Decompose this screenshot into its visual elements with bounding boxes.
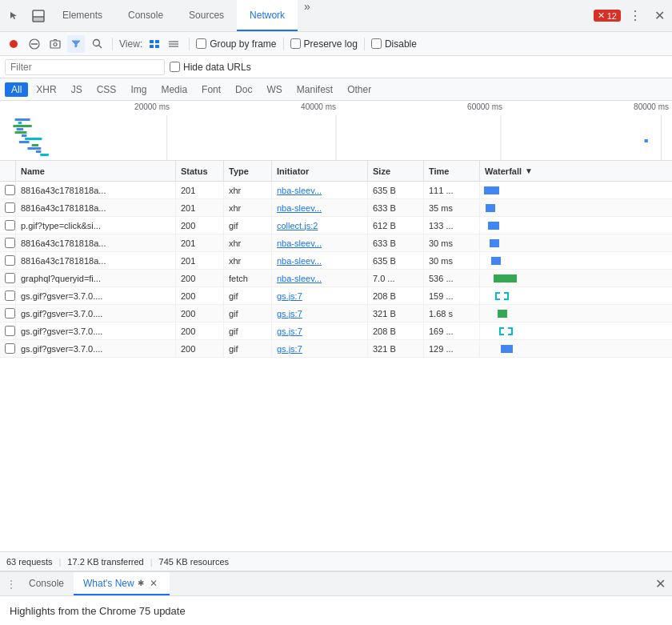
- table-row[interactable]: gs.gif?gsver=3.7.0.... 200 gif gs.js:7 2…: [0, 323, 672, 340]
- td-check[interactable]: [0, 199, 16, 216]
- td-initiator[interactable]: nba-sleev...: [272, 252, 368, 269]
- th-status[interactable]: Status: [176, 161, 224, 181]
- tab-menu-btn[interactable]: ⋮: [624, 5, 646, 27]
- td-name[interactable]: 8816a43c1781818a...: [16, 252, 176, 269]
- bottom-tab-console[interactable]: Console: [19, 572, 74, 595]
- th-name[interactable]: Name: [16, 161, 176, 181]
- row-checkbox[interactable]: [5, 273, 15, 283]
- view-btn-list[interactable]: [165, 35, 182, 53]
- td-name[interactable]: 8816a43c1781818a...: [16, 182, 176, 198]
- tab-elements[interactable]: Elements: [50, 0, 115, 31]
- preserve-log-checkbox[interactable]: [290, 38, 301, 49]
- row-checkbox[interactable]: [5, 238, 15, 248]
- tab-more-btn[interactable]: »: [298, 0, 317, 31]
- table-row[interactable]: gs.gif?gsver=3.7.0.... 200 gif gs.js:7 3…: [0, 340, 672, 358]
- td-name[interactable]: graphql?queryid=fi...: [16, 270, 176, 286]
- th-initiator[interactable]: Initiator: [272, 161, 368, 181]
- filter-btn[interactable]: [67, 35, 85, 53]
- type-filter-ws[interactable]: WS: [260, 82, 288, 97]
- td-initiator[interactable]: nba-sleev...: [272, 270, 368, 286]
- bottom-tab-close-btn[interactable]: ✕: [147, 577, 160, 590]
- table-row[interactable]: gs.gif?gsver=3.7.0.... 200 gif gs.js:7 3…: [0, 305, 672, 323]
- type-filter-img[interactable]: Img: [124, 82, 153, 97]
- table-row[interactable]: 8816a43c1781818a... 201 xhr nba-sleev...…: [0, 182, 672, 199]
- th-time[interactable]: Time: [424, 161, 480, 181]
- type-filter-other[interactable]: Other: [341, 82, 378, 97]
- disable-cache-checkbox[interactable]: [371, 38, 382, 49]
- table-row[interactable]: 8816a43c1781818a... 201 xhr nba-sleev...…: [0, 252, 672, 270]
- record-btn[interactable]: [5, 35, 22, 53]
- type-filter-doc[interactable]: Doc: [229, 82, 258, 97]
- tab-sources[interactable]: Sources: [176, 0, 237, 31]
- table-row[interactable]: gs.gif?gsver=3.7.0.... 200 gif gs.js:7 2…: [0, 287, 672, 305]
- table-row[interactable]: 8816a43c1781818a... 201 xhr nba-sleev...…: [0, 199, 672, 217]
- hide-data-urls-checkbox[interactable]: [170, 62, 180, 72]
- td-name[interactable]: gs.gif?gsver=3.7.0....: [16, 305, 176, 322]
- table-row[interactable]: 8816a43c1781818a... 201 xhr nba-sleev...…: [0, 234, 672, 252]
- type-filter-css[interactable]: CSS: [90, 82, 123, 97]
- group-by-frame-label[interactable]: Group by frame: [196, 38, 276, 50]
- td-name[interactable]: gs.gif?gsver=3.7.0....: [16, 323, 176, 339]
- td-check[interactable]: [0, 340, 16, 357]
- td-initiator[interactable]: gs.js:7: [272, 340, 368, 357]
- dock-icon-btn[interactable]: [27, 5, 50, 27]
- td-check[interactable]: [0, 234, 16, 251]
- row-checkbox[interactable]: [5, 202, 15, 213]
- row-checkbox[interactable]: [5, 220, 15, 230]
- td-name[interactable]: 8816a43c1781818a...: [16, 234, 176, 251]
- view-btn-grid[interactable]: [146, 35, 163, 53]
- row-checkbox[interactable]: [5, 308, 15, 319]
- screenshot-btn[interactable]: [46, 35, 64, 53]
- preserve-log-label[interactable]: Preserve log: [290, 38, 358, 50]
- td-initiator[interactable]: nba-sleev...: [272, 199, 368, 216]
- type-filter-font[interactable]: Font: [195, 82, 227, 97]
- type-filter-manifest[interactable]: Manifest: [290, 82, 339, 97]
- type-filter-all[interactable]: All: [5, 82, 28, 97]
- td-name[interactable]: 8816a43c1781818a...: [16, 199, 176, 216]
- td-initiator[interactable]: gs.js:7: [272, 323, 368, 339]
- td-name[interactable]: p.gif?type=click&si...: [16, 217, 176, 234]
- table-row[interactable]: p.gif?type=click&si... 200 gif collect.j…: [0, 217, 672, 234]
- td-check[interactable]: [0, 252, 16, 269]
- filter-input[interactable]: [5, 59, 165, 75]
- td-initiator[interactable]: nba-sleev...: [272, 182, 368, 198]
- row-checkbox[interactable]: [5, 326, 15, 336]
- table-row[interactable]: graphql?queryid=fi... 200 fetch nba-slee…: [0, 270, 672, 287]
- td-check[interactable]: [0, 287, 16, 304]
- row-checkbox[interactable]: [5, 185, 15, 195]
- td-name[interactable]: gs.gif?gsver=3.7.0....: [16, 287, 176, 304]
- th-size[interactable]: Size: [368, 161, 424, 181]
- bottom-tab-whats-new[interactable]: What's New ✱ ✕: [74, 572, 170, 595]
- type-filter-js[interactable]: JS: [65, 82, 89, 97]
- bottom-panel-close-btn[interactable]: ✕: [651, 575, 669, 593]
- hide-data-urls-label[interactable]: Hide data URLs: [170, 62, 251, 73]
- row-checkbox[interactable]: [5, 255, 15, 266]
- th-waterfall[interactable]: Waterfall ▼: [480, 161, 672, 181]
- td-check[interactable]: [0, 323, 16, 339]
- tab-network[interactable]: Network: [237, 0, 298, 31]
- td-check[interactable]: [0, 217, 16, 234]
- tab-console[interactable]: Console: [115, 0, 176, 31]
- group-by-frame-checkbox[interactable]: [196, 38, 206, 49]
- cursor-icon-btn[interactable]: [3, 5, 26, 27]
- disable-cache-label[interactable]: Disable: [371, 38, 417, 50]
- td-initiator[interactable]: gs.js:7: [272, 287, 368, 304]
- td-initiator[interactable]: collect.js:2: [272, 217, 368, 234]
- svg-rect-29: [32, 144, 38, 146]
- td-check[interactable]: [0, 305, 16, 322]
- devtools-close-btn[interactable]: ✕: [650, 6, 669, 26]
- drag-handle[interactable]: ⋮: [3, 578, 19, 591]
- td-name[interactable]: gs.gif?gsver=3.7.0....: [16, 340, 176, 357]
- search-btn[interactable]: [88, 35, 106, 53]
- type-filter-xhr[interactable]: XHR: [30, 82, 62, 97]
- tab-bar-left: [3, 5, 50, 27]
- td-initiator[interactable]: gs.js:7: [272, 305, 368, 322]
- type-filter-media[interactable]: Media: [154, 82, 194, 97]
- td-check[interactable]: [0, 270, 16, 286]
- td-initiator[interactable]: nba-sleev...: [272, 234, 368, 251]
- row-checkbox[interactable]: [5, 290, 15, 301]
- row-checkbox[interactable]: [5, 343, 15, 354]
- td-check[interactable]: [0, 182, 16, 198]
- th-type[interactable]: Type: [224, 161, 272, 181]
- clear-btn[interactable]: [26, 35, 43, 53]
